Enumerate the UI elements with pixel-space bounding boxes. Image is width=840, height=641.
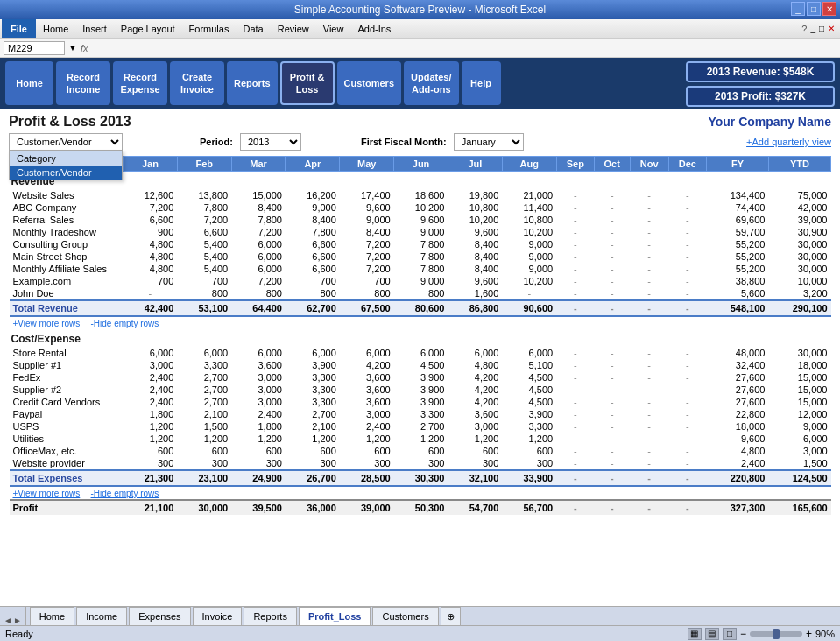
menu-addins[interactable]: Add-Ins [350,22,398,36]
table-row: Store Rental 6,0006,000 6,0006,000 6,000… [10,347,831,359]
view-normal-btn[interactable]: ▦ [688,628,702,640]
cell-ref-input[interactable]: M229 [4,41,65,55]
table-row: Website provider 300300 300300 300300 30… [10,457,831,470]
col-feb: Feb [177,157,231,172]
revenue-display: 2013 Revenue: $548K [686,61,835,82]
table-row: Supplier #2 2,4002,700 3,0003,300 3,6003… [10,384,831,396]
sheet-tab-expenses[interactable]: Expenses [129,607,190,625]
table-row: FedEx 2,4002,700 3,0003,300 3,6003,900 4… [10,371,831,384]
table-row: Monthly Affiliate Sales 4,8005,400 6,000… [10,263,831,275]
restore-btn[interactable]: □ [807,2,821,16]
zoom-level: 90% [815,629,835,639]
tab-nav-left[interactable]: ◄ [4,616,12,625]
col-ytd: YTD [768,157,830,172]
nav-reports-btn[interactable]: Reports [227,61,278,105]
table-row: Website Sales 12,60013,800 15,00016,200 … [10,189,831,201]
fx-label: fx [81,43,88,53]
nav-profit-loss-btn[interactable]: Profit &Loss [280,61,335,105]
expense-section-header: Cost/Expense [10,329,831,347]
menu-review[interactable]: Review [271,22,316,36]
col-sep: Sep [556,157,594,172]
menu-insert[interactable]: Insert [75,22,114,36]
col-dec: Dec [668,157,706,172]
sheet-tab-invoice[interactable]: Invoice [193,607,243,625]
zoom-controls: ▦ ▤ □ − + 90% [688,628,835,640]
nav-record-expense-btn[interactable]: RecordExpense [113,61,167,105]
table-row: OfficeMax, etc. 600600 600600 600600 600… [10,445,831,457]
view-page-btn[interactable]: □ [723,628,737,640]
fiscal-month-label: First Fiscal Month: [361,137,447,147]
zoom-out-btn[interactable]: − [740,628,746,640]
main-content: Profit & Loss 2013 Your Company Name Cat… [0,109,840,606]
revenue-section-header: Revenue [10,172,831,190]
col-apr: Apr [286,157,340,172]
help-icon[interactable]: ? [801,24,807,34]
add-quarterly-link[interactable]: +Add quarterly view [746,137,831,147]
sheet-tab-income[interactable]: Income [76,607,127,625]
nav-home-btn[interactable]: Home [5,61,53,105]
nav-toolbar: Home RecordIncome RecordExpense CreateIn… [0,58,840,109]
dropdown-item-customer-vendor[interactable]: Customer/Vendor [10,166,122,180]
table-row: Credit Card Vendors 2,4002,700 3,0003,30… [10,396,831,408]
close-excel-icon[interactable]: ✕ [828,24,835,34]
formula-input[interactable] [91,43,836,53]
zoom-slider[interactable] [750,631,802,637]
view-more-revenue[interactable]: +View more rows [13,319,81,328]
col-oct: Oct [594,157,630,172]
dropdown-item-category[interactable]: Category [10,151,122,166]
sheet-tab-profit-loss[interactable]: Profit_Loss [299,607,371,625]
company-name: Your Company Name [708,115,831,129]
col-fy: FY [707,157,769,172]
sheet-tab-reports[interactable]: Reports [244,607,297,625]
nav-create-invoice-btn[interactable]: CreateInvoice [170,61,224,105]
close-btn[interactable]: ✕ [822,2,836,16]
hide-empty-revenue[interactable]: -Hide empty rows [91,319,159,328]
col-aug: Aug [502,157,556,172]
group-by-dropdown[interactable]: Category Customer/Vendor Category Custom… [9,133,123,151]
table-row: Main Street Shop 4,8005,400 6,0006,600 7… [10,250,831,263]
menu-file[interactable]: File [2,19,36,38]
tab-nav-right[interactable]: ► [13,616,22,625]
minimize-btn[interactable]: _ [791,2,805,16]
profit-loss-table: Jan Feb Mar Apr May Jun Jul Aug Sep Oct … [9,156,831,515]
col-jan: Jan [124,157,178,172]
view-more-expense[interactable]: +View more rows [13,489,81,498]
nav-customers-btn[interactable]: Customers [337,61,401,105]
table-row: USPS 1,2001,500 1,8002,100 2,4002,700 3,… [10,420,831,433]
col-jul: Jul [448,157,502,172]
col-jun: Jun [394,157,448,172]
nav-help-btn[interactable]: Help [462,61,501,105]
formula-dropdown[interactable]: ▼ [68,43,77,53]
status-text: Ready [5,629,33,639]
page-title: Profit & Loss 2013 [9,114,131,130]
sheet-tab-home[interactable]: Home [30,607,74,625]
nav-record-income-btn[interactable]: RecordIncome [56,61,110,105]
sheet-tab-customers[interactable]: Customers [372,607,438,625]
row-label: Website Sales [10,189,124,201]
table-row: Referral Sales 6,6007,200 7,8008,400 9,0… [10,214,831,226]
restore-excel-icon[interactable]: □ [819,24,824,34]
tab-bar: ◄ ► Home Income Expenses Invoice Reports… [0,606,840,625]
zoom-in-btn[interactable]: + [806,628,812,640]
col-nov: Nov [630,157,668,172]
nav-updates-btn[interactable]: Updates/Add-ons [404,61,458,105]
menu-home[interactable]: Home [36,22,75,36]
fiscal-month-select[interactable]: January [454,133,524,151]
view-layout-btn[interactable]: ▤ [705,628,719,640]
menu-page-layout[interactable]: Page Layout [114,22,182,36]
period-select[interactable]: 2013 [240,133,301,151]
group-by-select[interactable]: Category Customer/Vendor [9,133,123,151]
menu-formulas[interactable]: Formulas [182,22,236,36]
total-expenses-row: Total Expenses 21,300 23,100 24,900 26,7… [10,470,831,486]
hide-empty-expense[interactable]: -Hide empty rows [91,489,159,498]
table-row: ABC Company 7,2007,800 8,4009,000 9,6001… [10,201,831,214]
sheet-tab-add[interactable]: ⊕ [441,607,461,625]
total-revenue-row: Total Revenue 42,400 53,100 64,400 62,70… [10,300,831,316]
dropdown-overlay: Category Customer/Vendor [9,151,123,180]
table-row: Example.com 700700 7,200700 7009,000 9,6… [10,275,831,287]
table-row: Utilities 1,2001,200 1,2001,200 1,2001,2… [10,433,831,445]
menu-view[interactable]: View [316,22,351,36]
minimize-excel-icon[interactable]: _ [810,24,815,34]
table-row: John Doe -800 800800 800800 1,600- -- --… [10,287,831,300]
menu-data[interactable]: Data [236,22,270,36]
